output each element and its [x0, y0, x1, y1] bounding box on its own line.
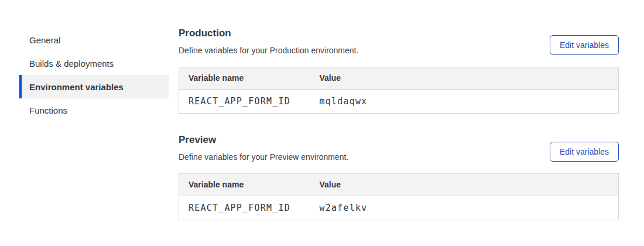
variable-name-cell: REACT_APP_FORM_ID: [179, 90, 310, 114]
preview-variables-table: Variable name Value REACT_APP_FORM_ID w2…: [179, 173, 619, 220]
sidebar-item-label: General: [29, 35, 60, 45]
sidebar-item-environment-variables[interactable]: Environment variables: [19, 75, 169, 98]
variable-value-cell: w2afelkv: [310, 196, 619, 220]
preview-section-header: Preview Define variables for your Previe…: [179, 135, 619, 162]
table-row: REACT_APP_FORM_ID mqldaqwx: [179, 90, 619, 114]
sidebar-item-label: Builds & deployments: [29, 59, 114, 69]
production-section-text: Production Define variables for your Pro…: [179, 28, 358, 55]
column-header-variable-name: Variable name: [179, 67, 310, 90]
preview-title: Preview: [179, 135, 348, 145]
variable-value-cell: mqldaqwx: [310, 90, 619, 114]
production-section-header: Production Define variables for your Pro…: [179, 28, 619, 55]
edit-variables-button-production[interactable]: Edit variables: [550, 35, 619, 55]
table-row: REACT_APP_FORM_ID w2afelkv: [179, 196, 619, 220]
table-header-row: Variable name Value: [179, 174, 619, 196]
variable-name-cell: REACT_APP_FORM_ID: [179, 196, 310, 220]
production-description: Define variables for your Production env…: [179, 46, 358, 55]
settings-page: General Builds & deployments Environment…: [0, 0, 644, 220]
preview-section: Preview Define variables for your Previe…: [179, 135, 619, 220]
sidebar-item-label: Environment variables: [29, 82, 124, 92]
sidebar-item-general[interactable]: General: [19, 28, 169, 52]
edit-variables-button-preview[interactable]: Edit variables: [550, 142, 619, 162]
column-header-value: Value: [310, 67, 619, 90]
table-header-row: Variable name Value: [179, 67, 619, 90]
sidebar-item-functions[interactable]: Functions: [19, 98, 169, 122]
preview-section-text: Preview Define variables for your Previe…: [179, 135, 348, 162]
column-header-value: Value: [310, 174, 619, 196]
sidebar-item-label: Functions: [29, 105, 67, 115]
sidebar-item-builds-deployments[interactable]: Builds & deployments: [19, 52, 169, 75]
preview-description: Define variables for your Preview enviro…: [179, 153, 348, 162]
production-section: Production Define variables for your Pro…: [179, 28, 619, 114]
settings-sidebar: General Builds & deployments Environment…: [19, 28, 169, 220]
column-header-variable-name: Variable name: [179, 174, 310, 196]
environment-variables-panel: Production Define variables for your Pro…: [179, 28, 619, 220]
production-title: Production: [179, 28, 358, 38]
production-variables-table: Variable name Value REACT_APP_FORM_ID mq…: [179, 67, 619, 114]
